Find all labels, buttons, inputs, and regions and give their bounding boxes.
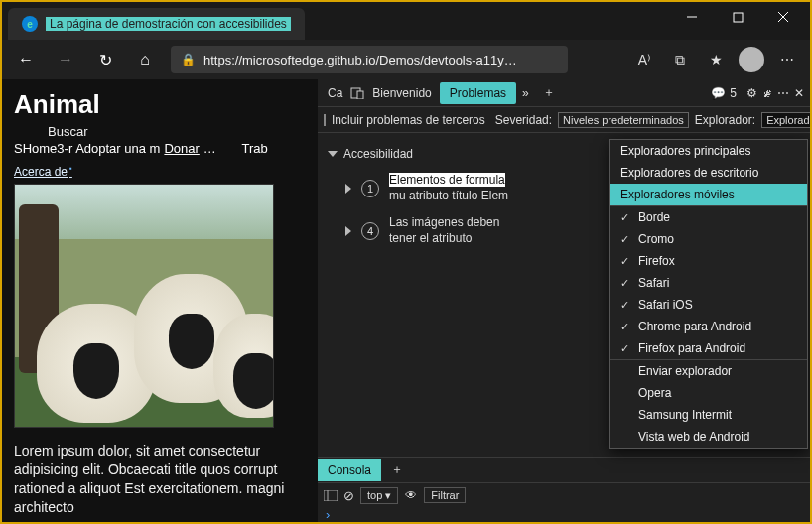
close-devtools-icon[interactable]: ✕ — [792, 86, 806, 100]
browser-label: Explorador: — [695, 113, 755, 127]
tab-bienvenido[interactable]: Bienvenido — [366, 82, 437, 104]
console-drawer: Consola ＋ ⊘ top ▾ 👁 Filtrar › — [318, 457, 810, 522]
favorite-icon[interactable]: ★ — [703, 47, 729, 72]
issues-badge[interactable]: 💬 5 — [705, 82, 743, 104]
browser-select[interactable]: Exploradores principales — [761, 112, 812, 128]
device-icon[interactable] — [350, 86, 364, 100]
nav-row-2: SHome3-r Adoptar una mDonar… Trab — [14, 141, 306, 156]
url-text: https://microsoftedge.github.io/Demos/de… — [203, 53, 517, 67]
more-icon[interactable]: ⋯ — [774, 47, 800, 72]
translate-icon[interactable]: ⧉ — [667, 47, 693, 72]
issue-count: 4 — [361, 222, 379, 240]
inspect-label: Ca — [322, 82, 348, 104]
dropdown-item[interactable]: ✓Borde — [610, 206, 807, 228]
browser-tab[interactable]: e La página de demostración con accesibi… — [8, 8, 305, 40]
live-expression-icon[interactable]: 👁 — [404, 488, 418, 502]
svg-rect-5 — [357, 91, 363, 99]
dropdown-item[interactable]: Enviar explorador — [610, 360, 807, 382]
close-button[interactable] — [760, 2, 806, 32]
context-select[interactable]: top ▾ — [360, 487, 398, 504]
settings-icon[interactable]: ⚙ — [744, 86, 758, 100]
dropdown-item[interactable]: ✓Safari — [610, 272, 807, 294]
severity-select[interactable]: Niveles predeterminados — [558, 112, 689, 128]
dropdown-item[interactable]: Exploradores de escritorio — [610, 162, 807, 184]
dropdown-item[interactable]: Samsung Intermit — [610, 404, 807, 426]
page-title: Animal — [14, 89, 306, 120]
issues-filter-row: Incluir problemas de terceros Severidad:… — [318, 107, 810, 133]
dropdown-item[interactable]: ✓Safari iOS — [610, 294, 807, 316]
filter-input[interactable]: Filtrar — [424, 487, 466, 503]
refresh-button[interactable]: ↻ — [91, 46, 119, 73]
chevron-right-icon — [345, 184, 351, 194]
minimize-button[interactable] — [669, 2, 715, 32]
dropdown-item[interactable]: Vista web de Android — [610, 426, 807, 448]
profile-avatar[interactable] — [739, 47, 764, 72]
issue-text: Elementos de formulamu atributo título E… — [389, 173, 528, 203]
dropdown-item[interactable]: Opera — [610, 382, 807, 404]
sidebar-toggle-icon[interactable] — [324, 488, 338, 502]
chevron-right-icon — [345, 226, 351, 236]
dropdown-item[interactable]: ✓Firefox — [610, 250, 807, 272]
toolbar: ← → ↻ ⌂ 🔒 https://microsoftedge.github.i… — [2, 40, 810, 79]
more-icon[interactable]: ⋯ — [776, 86, 790, 100]
tab-title: La página de demostración con accesibili… — [46, 17, 291, 31]
chevron-down-icon — [328, 151, 338, 157]
dropdown-item[interactable]: Exploradores principales — [610, 140, 807, 162]
browser-dropdown: Exploradores principalesExploradores de … — [609, 139, 808, 449]
dropdown-item[interactable]: ✓Chrome para Android — [610, 316, 807, 337]
issue-count: 1 — [361, 180, 379, 197]
drawer-new-tab-icon[interactable]: ＋ — [381, 458, 413, 482]
edge-favicon: e — [22, 16, 38, 32]
include-thirdparty-checkbox[interactable] — [324, 114, 326, 126]
window-titlebar: e La página de demostración con accesibi… — [2, 2, 810, 40]
dropdown-item[interactable]: Exploradores móviles — [610, 184, 807, 205]
address-bar[interactable]: 🔒 https://microsoftedge.github.io/Demos/… — [171, 46, 568, 73]
clear-console-icon[interactable]: ⊘ — [343, 488, 354, 503]
tab-console[interactable]: Consola — [318, 458, 381, 481]
dropdown-item[interactable]: ✓Cromo — [610, 228, 807, 250]
tab-problemas[interactable]: Problemas — [440, 82, 516, 104]
include-thirdparty-label: Incluir problemas de terceros — [332, 113, 485, 127]
issue-text: Las imágenes deben tener el atributo — [389, 215, 528, 246]
svg-rect-1 — [734, 13, 743, 22]
dropdown-item[interactable]: ✓Firefox para Android — [610, 337, 807, 359]
severity-label: Severidad: — [495, 113, 552, 127]
home-button[interactable]: ⌂ — [131, 46, 159, 73]
back-button[interactable]: ← — [12, 46, 40, 73]
accessibility-group-label: Accesibilidad — [343, 147, 413, 161]
lorem-text: Lorem ipsum dolor, sit amet consectetur … — [14, 442, 306, 517]
customize-icon[interactable]: ⸙ — [760, 86, 774, 100]
new-tab-icon[interactable]: ＋ — [535, 80, 563, 105]
devtools-tabbar: Ca Bienvenido Problemas » ＋ 💬 5 ⚙ ⸙ ⋯ ✕ — [318, 79, 810, 107]
hero-image — [14, 184, 274, 428]
forward-button[interactable]: → — [52, 46, 79, 73]
more-tabs-icon[interactable]: » — [518, 82, 533, 104]
read-aloud-icon[interactable]: A⁾ — [631, 47, 657, 72]
nav-row-1: Buscar — [14, 124, 306, 139]
about-link[interactable]: Acerca de▪ — [14, 164, 72, 179]
console-prompt[interactable]: › — [318, 507, 810, 522]
page-content: Animal Buscar SHome3-r Adoptar una mDona… — [2, 79, 318, 522]
maximize-button[interactable] — [715, 2, 760, 32]
svg-rect-6 — [324, 490, 338, 501]
lock-icon: 🔒 — [181, 53, 196, 66]
